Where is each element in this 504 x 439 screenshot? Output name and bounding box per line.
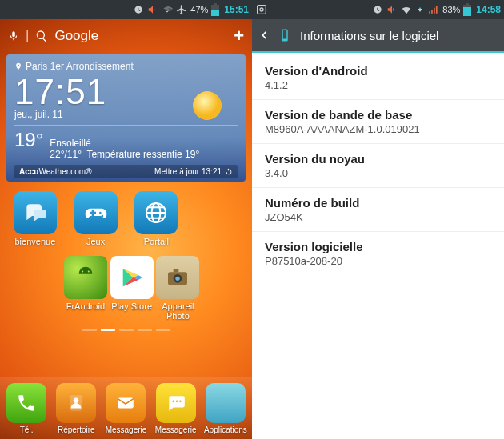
status-clock: 14:58 (476, 4, 501, 15)
wifi-icon (162, 4, 173, 15)
battery-icon (463, 3, 471, 16)
message-icon (156, 383, 196, 423)
android-icon (64, 256, 107, 299)
svg-rect-15 (118, 398, 134, 409)
svg-rect-25 (283, 30, 287, 39)
weather-time: 17:51 (14, 72, 106, 112)
settings-header[interactable]: Informations sur le logiciel (252, 19, 504, 53)
item-key: Version logicielle (265, 240, 491, 253)
item-value: P87510a-208-20 (265, 255, 491, 267)
envelope-icon (106, 383, 146, 423)
dock-messaging[interactable]: Messagerie (101, 383, 150, 434)
status-bar-left: 47% 15:51 (0, 0, 252, 19)
app-bienvenue[interactable]: bienvenue (5, 191, 66, 246)
app-label: Appareil Photo (155, 301, 202, 321)
dock-phone[interactable]: Tél. (2, 383, 51, 434)
dock-apps[interactable]: Applications (201, 383, 250, 434)
app-frandroid[interactable]: FrAndroid (62, 256, 109, 321)
app-label: bienvenue (14, 237, 55, 246)
sun-icon (180, 78, 234, 133)
app-row-1: bienvenue Jeux Portail (0, 188, 252, 246)
dock-label: Applications (204, 425, 247, 434)
status-bar-right: 83% 14:58 (252, 0, 504, 19)
item-value: M8960A-AAAANAZM-1.0.019021 (265, 123, 491, 135)
svg-point-11 (176, 277, 180, 281)
svg-rect-12 (174, 269, 179, 272)
data-icon (415, 4, 425, 15)
settings-list: Version d'Android 4.1.2 Version de bande… (252, 53, 504, 278)
volume-icon (386, 4, 398, 15)
about-phone-icon (278, 28, 292, 42)
svg-rect-1 (211, 10, 219, 16)
dock: Tél. Répertoire Messagerie Messagerie Ap… (0, 377, 252, 439)
item-value: 4.1.2 (265, 79, 491, 91)
battery-percent: 83% (442, 5, 460, 14)
settings-title: Informations sur le logiciel (300, 29, 438, 42)
app-label: FrAndroid (66, 301, 105, 311)
search-label: Google (54, 28, 98, 44)
app-playstore[interactable]: Play Store (109, 256, 155, 321)
svg-rect-23 (466, 3, 469, 5)
svg-point-18 (179, 401, 182, 403)
item-kernel[interactable]: Version du noyau 3.4.0 (252, 144, 504, 188)
weather-brand: AccuWeather.com® (19, 167, 92, 176)
quickmemo-icon[interactable] (255, 3, 268, 16)
svg-point-4 (193, 91, 221, 119)
item-software-version[interactable]: Version logicielle P87510a-208-20 (252, 232, 504, 275)
dock-sms[interactable]: Messagerie (151, 383, 201, 434)
dock-contacts[interactable]: Répertoire (51, 383, 101, 434)
weather-feels: Température ressentie 19° (86, 149, 199, 160)
search-icon[interactable] (35, 30, 48, 42)
weather-condition: Ensoleillé (50, 138, 199, 149)
item-key: Version d'Android (265, 64, 491, 78)
search-separator: | (26, 28, 29, 44)
item-key: Numéro de build (265, 196, 491, 210)
globe-icon (134, 191, 178, 234)
svg-rect-19 (258, 6, 266, 14)
voice-icon[interactable] (8, 29, 19, 43)
svg-rect-22 (463, 7, 471, 16)
camera-icon (156, 256, 199, 299)
svg-point-8 (88, 271, 90, 273)
dock-label: Tél. (20, 425, 34, 434)
alarm-icon (372, 4, 383, 15)
app-row-2: FrAndroid Play Store Appareil Photo (0, 253, 252, 321)
signal-icon (428, 4, 439, 15)
airplane-icon (176, 4, 187, 15)
item-value: 3.4.0 (265, 167, 491, 179)
weather-location: Paris 1er Arrondissement (26, 61, 134, 72)
search-bar[interactable]: | Google + (0, 19, 252, 53)
svg-point-20 (260, 8, 263, 11)
item-build[interactable]: Numéro de build JZO54K (252, 188, 504, 232)
app-label: Play Store (111, 301, 152, 311)
dock-label: Messagerie (155, 425, 197, 434)
alarm-icon (133, 4, 144, 15)
item-android-version[interactable]: Version d'Android 4.1.2 (252, 56, 504, 100)
page-indicator[interactable] (0, 325, 252, 333)
back-icon[interactable] (258, 28, 270, 42)
home-wallpaper[interactable]: | Google + Paris 1er Arrondissement 17:5… (0, 19, 252, 439)
weather-hilo: 22°/11° (50, 149, 82, 160)
item-key: Version de bande de base (265, 108, 491, 122)
home-screen: 47% 15:51 | Google + Paris 1er Arrondiss… (0, 0, 252, 439)
playstore-icon (110, 256, 154, 299)
item-baseband[interactable]: Version de bande de base M8960A-AAAANAZM… (252, 100, 504, 144)
svg-rect-2 (214, 3, 217, 5)
weather-update[interactable]: Mettre à jour 13:21 (154, 167, 233, 176)
dock-label: Répertoire (58, 425, 95, 434)
app-portail[interactable]: Portail (126, 191, 187, 246)
weather-widget[interactable]: Paris 1er Arrondissement 17:51 jeu., jui… (6, 54, 246, 182)
gamepad-icon (74, 191, 118, 234)
weather-temp-row: 19° Ensoleillé 22°/11° Température resse… (14, 129, 238, 160)
contacts-icon (56, 383, 96, 423)
item-key: Version du noyau (265, 152, 491, 166)
app-jeux[interactable]: Jeux (66, 191, 126, 246)
weather-location-row: Paris 1er Arrondissement (14, 61, 238, 72)
battery-percent: 47% (190, 5, 208, 14)
phone-icon (6, 383, 46, 423)
dock-label: Messagerie (106, 425, 147, 434)
app-camera[interactable]: Appareil Photo (155, 256, 202, 321)
add-icon[interactable]: + (234, 26, 244, 46)
svg-point-16 (172, 401, 174, 403)
settings-panel: Informations sur le logiciel Version d'A… (252, 19, 504, 439)
